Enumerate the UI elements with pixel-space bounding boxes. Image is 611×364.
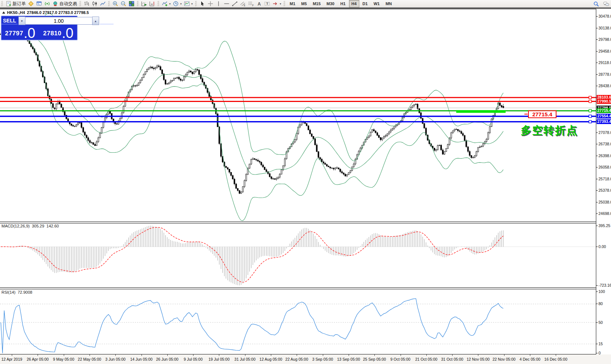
chart-shift-icon <box>149 1 155 7</box>
market-watch-icon <box>36 1 42 7</box>
axis-tick <box>596 144 598 144</box>
axis-tick <box>596 167 598 167</box>
templates-button[interactable]: ▾ <box>183 0 194 7</box>
axis-label: 28778.0 <box>598 72 611 77</box>
timeframe-h1[interactable]: H1 <box>338 0 348 7</box>
fibonacci-button[interactable]: F <box>247 0 255 7</box>
rsi-indicator-label: RSI(14)72.9008 <box>1 290 35 294</box>
zoom-in-button[interactable] <box>111 0 119 7</box>
rsi-pane[interactable] <box>0 289 596 354</box>
cursor-icon <box>199 1 205 7</box>
text-button[interactable]: A <box>255 0 263 7</box>
zoom-out-button[interactable] <box>119 0 128 7</box>
toolbar: 新订单自动交易▾▾▾EFAT▾M1M5M15M30H1H4D1W1MN <box>0 0 611 8</box>
new-order-icon <box>6 1 11 7</box>
price-annotation-box[interactable]: 27715.4 <box>528 110 556 118</box>
indicators-button[interactable]: ▾ <box>161 0 172 7</box>
line-handle[interactable] <box>589 109 591 112</box>
line-handle[interactable] <box>589 96 591 99</box>
candle-wicks <box>1 30 503 194</box>
time-tick <box>115 354 116 356</box>
price-axis[interactable]: 30478.030138.029798.029458.029118.028778… <box>596 9 611 354</box>
bollinger-band-line <box>1 34 503 174</box>
axis-label: 80 <box>598 301 603 306</box>
line-chart-button[interactable] <box>99 0 107 7</box>
tile-windows-icon <box>129 1 135 7</box>
caret-down-icon: ▾ <box>21 19 23 23</box>
vertical-line-icon <box>216 1 221 7</box>
profiles-button[interactable] <box>27 0 35 7</box>
time-axis[interactable]: 12 Apr 201926 Apr 05:009 May 05:0022 May… <box>0 354 611 364</box>
time-tick <box>219 354 219 356</box>
axis-label: 0.00 <box>598 244 606 249</box>
line-handle[interactable] <box>589 120 591 123</box>
trendline-button[interactable] <box>231 0 239 7</box>
turning-point-note[interactable]: 多空转折点 <box>521 123 578 138</box>
chart-shift-button[interactable] <box>148 0 156 7</box>
axis-label: 29458.0 <box>598 49 611 53</box>
chart-window[interactable]: 30478.030138.029798.029458.029118.028778… <box>0 9 611 354</box>
line-handle[interactable] <box>589 100 591 103</box>
toolbar-grip <box>108 1 110 6</box>
auto-scroll-button[interactable] <box>140 0 148 7</box>
sell-button[interactable]: SELL <box>1 16 18 25</box>
axis-tick <box>596 156 598 156</box>
timeframe-m1[interactable]: M1 <box>287 0 298 7</box>
one-click-panel-toggle-icon[interactable] <box>2 11 5 14</box>
time-tick <box>556 354 556 356</box>
channel-icon: E <box>240 1 246 7</box>
fibonacci-icon: F <box>248 1 254 7</box>
timeframe-d1[interactable]: D1 <box>360 0 370 7</box>
crosshair-button[interactable] <box>206 0 214 7</box>
axis-tick <box>596 213 598 214</box>
text-label-button[interactable]: T <box>263 0 271 7</box>
axis-tick <box>596 39 598 40</box>
axis-label: 29798.0 <box>598 37 611 42</box>
autotrading-button[interactable]: 自动交易 <box>51 0 78 7</box>
volume-increase-button[interactable]: ▴ <box>92 17 99 25</box>
axis-tick <box>596 304 598 304</box>
search-button[interactable] <box>593 0 600 8</box>
timeframe-h4[interactable]: H4 <box>349 0 359 7</box>
buy-button[interactable]: BUY <box>100 16 114 25</box>
timeframe-mn[interactable]: MN <box>383 0 394 7</box>
timeframe-m5[interactable]: M5 <box>298 0 309 7</box>
chevron-down-icon: ▾ <box>191 2 193 6</box>
toolbar-grip <box>195 1 197 6</box>
signals-icon <box>44 1 50 7</box>
sell-price[interactable]: 27797.0 <box>1 25 39 39</box>
time-tick <box>349 354 349 356</box>
horizontal-line-button[interactable] <box>223 0 231 7</box>
axis-tick <box>596 291 598 292</box>
arrows-button[interactable]: ▾ <box>271 0 282 7</box>
time-label: 16 Dec 05:00 <box>535 357 576 361</box>
candlestick-button[interactable] <box>91 0 99 7</box>
volume-decrease-button[interactable]: ▾ <box>18 17 25 25</box>
macd-pane[interactable] <box>0 223 596 288</box>
time-tick <box>38 354 38 356</box>
new-order-button[interactable]: 新订单 <box>4 0 27 7</box>
periods-button[interactable]: ▾ <box>172 0 183 7</box>
axis-label: 100 <box>598 289 605 294</box>
axis-label: 25038.0 <box>598 200 611 204</box>
timeframe-m15[interactable]: M15 <box>310 0 323 7</box>
horizontal-line-icon <box>224 1 230 7</box>
axis-tick <box>596 190 598 191</box>
chat-button[interactable] <box>603 0 610 8</box>
signals-button[interactable] <box>43 0 51 7</box>
timeframe-m30[interactable]: M30 <box>324 0 337 7</box>
cursor-button[interactable] <box>198 0 206 7</box>
bar-chart-icon <box>84 1 90 7</box>
tile-windows-button[interactable] <box>128 0 136 7</box>
line-handle[interactable] <box>589 115 591 117</box>
buy-price[interactable]: 27810.0 <box>40 25 77 39</box>
main-price-pane[interactable] <box>0 9 596 222</box>
volume-input[interactable] <box>25 17 92 25</box>
channel-button[interactable]: E <box>239 0 247 7</box>
bar-chart-button[interactable] <box>83 0 91 7</box>
axis-label: 27078.0 <box>598 130 611 135</box>
timeframe-w1[interactable]: W1 <box>371 0 383 7</box>
vertical-line-button[interactable] <box>214 0 223 7</box>
market-watch-button[interactable] <box>35 0 43 7</box>
axis-tick <box>596 74 598 75</box>
